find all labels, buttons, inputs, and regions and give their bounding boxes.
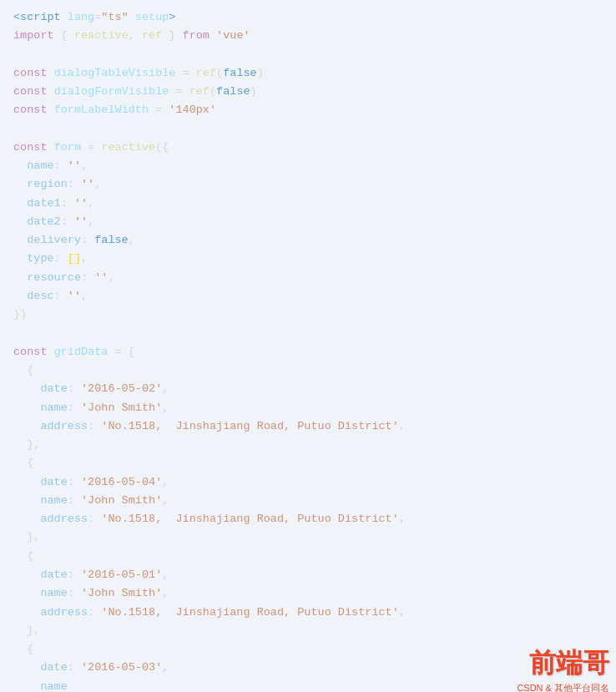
code-line: name: 'John Smith', (13, 492, 603, 510)
code-container: <script lang="ts" setup>import { reactiv… (0, 0, 616, 692)
code-line (13, 325, 603, 343)
code-line (13, 46, 603, 64)
code-line: const formLabelWidth = '140px' (13, 101, 603, 119)
code-line (13, 120, 603, 139)
code-line: name: '', (13, 157, 603, 175)
code-line: date: '2016-05-03', (13, 659, 603, 677)
code-line: }) (13, 306, 603, 324)
code-line: name: 'John Smith', (13, 399, 603, 417)
watermark-sub: CSDN & 其他平台同名 (517, 681, 609, 692)
code-line: address: 'No.1518, Jinshajiang Road, Put… (13, 510, 603, 528)
code-line: const dialogTableVisible = ref(false) (13, 64, 603, 83)
code-line: }, (13, 436, 603, 454)
code-line: address: 'No.1518, Jinshajiang Road, Put… (13, 604, 603, 622)
code-line: { (13, 361, 603, 380)
code-line: }, (13, 622, 603, 640)
code-line: name: 'John Smith', (13, 584, 603, 603)
code-line: type: [], (13, 250, 603, 268)
code-line: import { reactive, ref } from 'vue' (13, 27, 603, 45)
code-line: const gridData = [ (13, 343, 603, 361)
code-line: delivery: false, (13, 231, 603, 250)
code-block: <script lang="ts" setup>import { reactiv… (13, 8, 603, 692)
code-line: address: 'No.1518, Jinshajiang Road, Put… (13, 417, 603, 436)
code-line: desc: '', (13, 287, 603, 306)
code-line: <script lang="ts" setup> (13, 8, 603, 27)
code-line: name (13, 678, 603, 692)
code-line: { (13, 454, 603, 472)
code-line: date: '2016-05-01', (13, 566, 603, 584)
code-line: resource: '', (13, 269, 603, 287)
code-line: date: '2016-05-02', (13, 380, 603, 398)
code-line: date: '2016-05-04', (13, 473, 603, 492)
code-line: date2: '', (13, 213, 603, 231)
code-line: const dialogFormVisible = ref(false) (13, 83, 603, 101)
code-line: }, (13, 528, 603, 547)
code-line: { (13, 640, 603, 659)
watermark-main: 前端哥 (529, 642, 609, 684)
code-line: region: '', (13, 175, 603, 194)
code-line: date1: '', (13, 194, 603, 213)
code-line: const form = reactive({ (13, 139, 603, 157)
code-line: { (13, 548, 603, 566)
